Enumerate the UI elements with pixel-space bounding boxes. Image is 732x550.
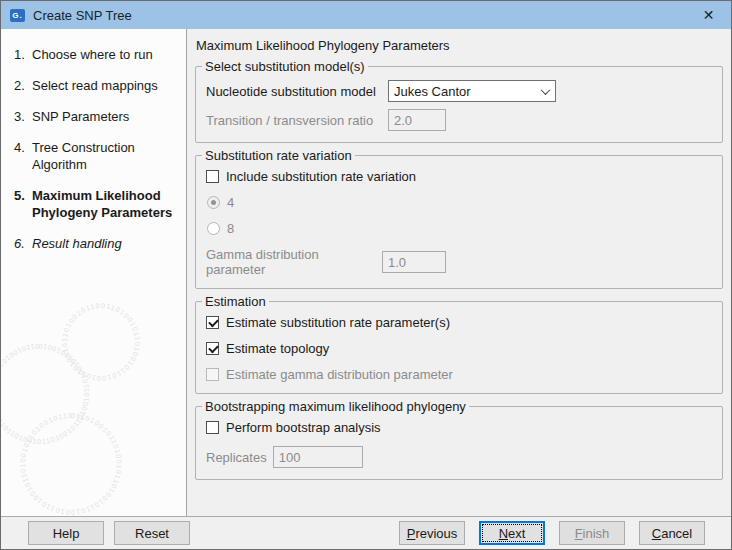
next-button[interactable]: Next xyxy=(479,521,545,545)
include-rate-variation-checkbox[interactable] xyxy=(206,170,219,183)
step-number: 2. xyxy=(14,77,32,94)
app-icon: G. xyxy=(10,9,25,22)
group-legend: Substitution rate variation xyxy=(202,148,355,163)
estimate-topology-label: Estimate topology xyxy=(226,341,329,356)
step-label: Select read mappings xyxy=(32,77,180,94)
step-label: Maximum Likelihood Phylogeny Parameters xyxy=(32,187,180,221)
perform-bootstrap-label: Perform bootstrap analysis xyxy=(226,420,381,435)
group-bootstrapping: Bootstrapping maximum likelihood phyloge… xyxy=(195,406,723,480)
estimate-rate-label: Estimate substitution rate parameter(s) xyxy=(226,315,450,330)
transition-transversion-ratio-label: Transition / transversion ratio xyxy=(206,113,382,128)
categories-4-label: 4 xyxy=(227,195,234,210)
transition-transversion-ratio-field: 2.0 xyxy=(388,109,446,131)
group-select-substitution-model: Select substitution model(s) Nucleotide … xyxy=(195,66,723,143)
step-label: Tree Construction Algorithm xyxy=(32,139,180,173)
group-estimation: Estimation Estimate substitution rate pa… xyxy=(195,301,723,394)
categories-4-radio xyxy=(207,196,220,209)
include-rate-variation-label: Include substitution rate variation xyxy=(226,169,416,184)
wizard-steps-sidebar: 1. Choose where to run 2. Select read ma… xyxy=(1,29,187,516)
step-number: 3. xyxy=(14,108,32,125)
estimate-gamma-label: Estimate gamma distribution parameter xyxy=(226,367,453,382)
step-number: 1. xyxy=(14,46,32,63)
window-title: Create SNP Tree xyxy=(33,8,132,23)
reset-button[interactable]: Reset xyxy=(114,521,190,545)
group-legend: Select substitution model(s) xyxy=(202,59,368,74)
estimate-topology-checkbox[interactable] xyxy=(206,342,219,355)
sidebar-item-tree-construction-algorithm: 4. Tree Construction Algorithm xyxy=(14,139,180,173)
gamma-distribution-parameter-label: Gamma distribution parameter xyxy=(206,247,376,277)
svg-text:011010010110100101101001011010: 0110100101101001011010010110100101101001… xyxy=(1,296,141,382)
sidebar-item-select-read-mappings: 2. Select read mappings xyxy=(14,77,180,94)
nucleotide-substitution-model-dropdown[interactable]: Jukes Cantor xyxy=(388,80,556,102)
chevron-down-icon xyxy=(535,81,555,101)
estimate-gamma-row: Estimate gamma distribution parameter xyxy=(206,367,712,382)
perform-bootstrap-checkbox[interactable] xyxy=(206,421,219,434)
perform-bootstrap-row[interactable]: Perform bootstrap analysis xyxy=(206,420,712,435)
binary-watermark: 0110100101101001011010010110100101101001… xyxy=(1,296,187,516)
group-legend: Bootstrapping maximum likelihood phyloge… xyxy=(202,399,469,414)
dialog-button-bar: Help Reset Previous Next Finish Cancel xyxy=(1,516,731,549)
cancel-button[interactable]: Cancel xyxy=(639,521,705,545)
title-bar[interactable]: G. Create SNP Tree ✕ xyxy=(1,1,731,29)
estimate-rate-row[interactable]: Estimate substitution rate parameter(s) xyxy=(206,315,712,330)
sidebar-item-max-likelihood-parameters-current: 5. Maximum Likelihood Phylogeny Paramete… xyxy=(14,187,180,221)
include-rate-variation-row[interactable]: Include substitution rate variation xyxy=(206,169,712,184)
estimate-rate-checkbox[interactable] xyxy=(206,316,219,329)
categories-4-row: 4 xyxy=(207,195,712,210)
help-button[interactable]: Help xyxy=(28,521,104,545)
categories-8-radio xyxy=(207,222,220,235)
finish-button: Finish xyxy=(559,521,625,545)
estimate-topology-row[interactable]: Estimate topology xyxy=(206,341,712,356)
gamma-distribution-parameter-field: 1.0 xyxy=(382,251,446,273)
step-label: Result handling xyxy=(32,235,180,252)
sidebar-item-result-handling: 6. Result handling xyxy=(14,235,180,252)
svg-text:011010010110100101101001011010: 0110100101101001011010010110100101101001… xyxy=(1,296,123,516)
group-legend: Estimation xyxy=(202,294,269,309)
group-substitution-rate-variation: Substitution rate variation Include subs… xyxy=(195,155,723,289)
step-number: 5. xyxy=(14,187,32,221)
step-number: 6. xyxy=(14,235,32,252)
replicates-field: 100 xyxy=(273,446,363,468)
previous-button[interactable]: Previous xyxy=(399,521,465,545)
sidebar-item-choose-where-to-run: 1. Choose where to run xyxy=(14,46,180,63)
page-title: Maximum Likelihood Phylogeny Parameters xyxy=(196,38,723,53)
step-label: SNP Parameters xyxy=(32,108,180,125)
categories-8-row: 8 xyxy=(207,221,712,236)
sidebar-item-snp-parameters: 3. SNP Parameters xyxy=(14,108,180,125)
categories-8-label: 8 xyxy=(227,221,234,236)
estimate-gamma-checkbox xyxy=(206,368,219,381)
create-snp-tree-dialog: G. Create SNP Tree ✕ 1. Choose where to … xyxy=(0,0,732,550)
close-icon[interactable]: ✕ xyxy=(686,1,731,29)
replicates-label: Replicates xyxy=(206,450,267,465)
step-label: Choose where to run xyxy=(32,46,180,63)
nucleotide-substitution-model-label: Nucleotide substitution model xyxy=(206,84,382,99)
parameters-panel: Maximum Likelihood Phylogeny Parameters … xyxy=(187,29,731,516)
step-number: 4. xyxy=(14,139,32,173)
dropdown-selected-value: Jukes Cantor xyxy=(394,84,535,99)
